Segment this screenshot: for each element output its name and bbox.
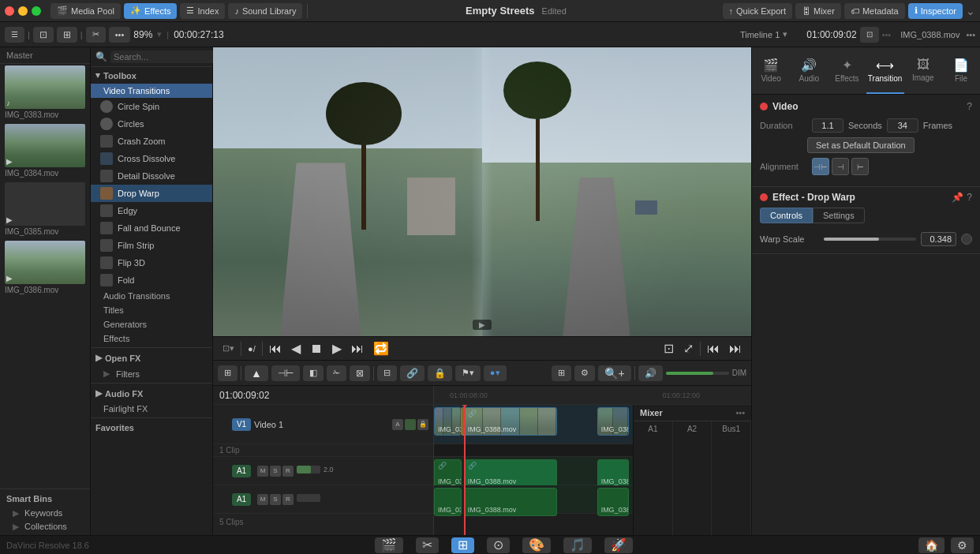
detail-dissolve-item[interactable]: Detail Dissolve <box>91 167 212 185</box>
toolbar-cut-btn[interactable]: ✂ <box>86 27 106 43</box>
volume-slider[interactable] <box>666 372 729 375</box>
trim-tool-btn[interactable]: ⊣⊢ <box>271 365 300 381</box>
drop-warp-item[interactable]: Drop Warp <box>91 185 212 202</box>
duration-value[interactable]: 1.1 <box>812 118 843 133</box>
fall-bounce-item[interactable]: Fall and Bounce <box>91 219 212 237</box>
blade-tool-btn[interactable]: ✁ <box>327 365 346 381</box>
auto-btn[interactable]: A <box>392 419 403 430</box>
expand-icon[interactable]: ⌄ <box>966 5 975 17</box>
timeline-add-track-btn[interactable]: ⊞ <box>218 365 238 381</box>
lock-btn[interactable]: 🔒 <box>417 419 428 430</box>
keywords-item[interactable]: ▶ Keywords <box>6 507 84 520</box>
step-back-btn[interactable]: ◀ <box>288 339 304 357</box>
output-options-btn[interactable]: ⊡▾ <box>219 342 238 355</box>
set-default-btn[interactable]: Set as Default Duration <box>807 137 915 153</box>
fold-item[interactable]: Fold <box>91 271 212 289</box>
list-item[interactable]: ▶ IMG_0386.mov <box>0 239 90 298</box>
fairlight-fx-item[interactable]: Fairlight FX <box>91 402 212 416</box>
mute-btn[interactable]: M <box>257 466 268 477</box>
clip-img0385-a1b[interactable]: IMG_0385.mov <box>434 488 462 516</box>
clip-img0388-a1[interactable]: IMG_0388.mov 🔗 <box>464 459 557 488</box>
video-dot[interactable] <box>760 103 768 110</box>
cross-dissolve-item[interactable]: Cross Dissolve <box>91 150 212 167</box>
list-item[interactable]: ♪ IMG_0383.mov <box>0 64 90 122</box>
align-left-btn[interactable]: ⊣ <box>832 158 849 175</box>
clip-img0388-v[interactable]: IMG_0388.mov 🔗 <box>464 407 557 436</box>
timeline-dropdown-icon[interactable]: ▾ <box>783 29 787 39</box>
metadata-button[interactable]: 🏷 Metadata <box>844 3 905 19</box>
list-item[interactable]: ▶ IMG_0385.mov <box>0 181 90 239</box>
effect-pin-btn[interactable]: 📌 <box>952 192 963 203</box>
tab-audio[interactable]: 🔊 Audio <box>790 47 828 94</box>
flip-3d-item[interactable]: Flip 3D <box>91 254 212 271</box>
media-pool-button[interactable]: 🎬 Media Pool <box>50 3 121 19</box>
toolbox-header[interactable]: ▾ Toolbox <box>91 67 212 84</box>
inspector-button[interactable]: ℹ Inspector <box>908 3 963 19</box>
collections-item[interactable]: ▶ Collections <box>6 520 84 533</box>
tl-view-btn[interactable]: ⊞ <box>552 365 571 381</box>
clip-img0386-v[interactable]: IMG_0386.mov <box>597 407 629 436</box>
clip-img0386-a1b[interactable]: IMG_0386.mov <box>597 488 629 516</box>
current-file-options[interactable]: ••• <box>966 30 975 39</box>
settings-tab[interactable]: Settings <box>813 208 865 223</box>
deliver-nav-btn[interactable]: 🚀 <box>604 537 633 553</box>
warp-scale-value[interactable]: 0.348 <box>921 232 956 246</box>
link-btn[interactable]: 🔗 <box>400 365 425 381</box>
film-strip-item[interactable]: Film Strip <box>91 237 212 254</box>
circle-spin-item[interactable]: Circle Spin <box>91 98 212 115</box>
a1-volume-mini[interactable] <box>297 466 320 474</box>
quick-export-button[interactable]: ↑ Quick Export <box>723 3 792 19</box>
toolbar-toggle[interactable]: ☰ <box>5 27 24 43</box>
effects-search-input[interactable] <box>110 51 226 63</box>
tab-file[interactable]: 📄 File <box>942 47 980 94</box>
warp-scale-dial[interactable] <box>961 234 972 245</box>
effect-dot[interactable] <box>760 193 768 201</box>
razor-btn[interactable]: ⊠ <box>350 365 370 381</box>
edgy-item[interactable]: Edgy <box>91 202 212 219</box>
circles-item[interactable]: Circles <box>91 115 212 133</box>
go-start-btn[interactable]: ⏮ <box>266 340 285 357</box>
titles-item[interactable]: Titles <box>91 303 212 317</box>
align-center-btn[interactable]: ⊣⊢ <box>812 158 829 175</box>
clip-img0385-a1[interactable]: IMG_0385.mov 🔗 <box>434 459 462 488</box>
mute-btn-b[interactable]: M <box>257 494 268 505</box>
fullscreen-button[interactable] <box>32 6 41 16</box>
fusion-nav-btn[interactable]: ⊙ <box>487 537 510 553</box>
fairlight-nav-btn[interactable]: 🎵 <box>563 537 592 553</box>
timecode-options-btn[interactable]: ⊡ <box>860 27 879 43</box>
select-tool-btn[interactable]: ▲ <box>245 365 268 381</box>
video-help-btn[interactable]: ? <box>967 101 972 112</box>
color-btn[interactable]: ●▾ <box>484 365 507 381</box>
fullscreen-preview-btn[interactable]: ⤢ <box>680 339 697 357</box>
audio-transitions-item[interactable]: Audio Transitions <box>91 289 212 303</box>
frames-value[interactable]: 34 <box>887 118 918 133</box>
effects-button[interactable]: ✨ Effects <box>124 3 177 19</box>
mixer-options-icon[interactable]: ••• <box>735 408 745 417</box>
toolbar-clip-btn[interactable]: ⊡ <box>33 27 54 43</box>
open-fx-header[interactable]: ▶ Open FX <box>91 350 212 366</box>
toolbar-select-btn[interactable]: ⊞ <box>57 27 77 43</box>
flag-btn[interactable]: ⚑▾ <box>455 365 481 381</box>
clip-img0385-v[interactable]: IMG_0385.mov <box>434 407 462 436</box>
controls-tab[interactable]: Controls <box>760 208 813 223</box>
solo-btn-b[interactable]: S <box>270 494 281 505</box>
clip-img0386-a1[interactable]: IMG_0386.mov <box>597 459 629 488</box>
a1b-volume-mini[interactable] <box>297 494 320 502</box>
tab-image[interactable]: 🖼 Image <box>904 47 942 94</box>
toolbar-more-btn[interactable]: ••• <box>109 27 131 43</box>
tl-settings-btn[interactable]: ⚙ <box>574 365 595 381</box>
stop-btn[interactable]: ⏹ <box>307 340 326 357</box>
tab-video[interactable]: 🎬 Video <box>752 47 790 94</box>
prev-frame-btn[interactable]: ⏮ <box>704 340 723 357</box>
media-nav-btn[interactable]: 🎬 <box>375 537 403 553</box>
effects-item[interactable]: Effects <box>91 331 212 346</box>
play-btn[interactable]: ▶ <box>329 339 345 357</box>
effect-help-btn[interactable]: ? <box>967 192 972 203</box>
lock-btn[interactable]: 🔒 <box>428 365 452 381</box>
audio-fx-header[interactable]: ▶ Audio FX <box>91 385 212 402</box>
generators-item[interactable]: Generators <box>91 317 212 331</box>
list-item[interactable]: ▶ IMG_0384.mov <box>0 122 90 181</box>
output-btn[interactable]: ⊡ <box>660 339 677 357</box>
loop-btn[interactable]: 🔁 <box>370 339 392 357</box>
a1-record-btn[interactable]: R <box>282 466 294 477</box>
